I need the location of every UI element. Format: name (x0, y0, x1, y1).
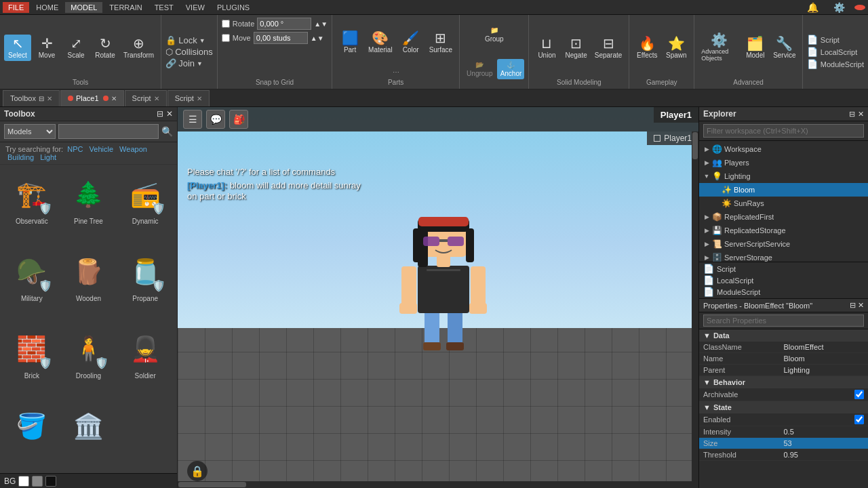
collisions-btn[interactable]: ⬡ Collisions (165, 47, 213, 57)
menu-home[interactable]: HOME (31, 2, 64, 13)
prop-section-header-state[interactable]: ▼State (699, 401, 868, 413)
prop-row-archivable[interactable]: Archivable (699, 388, 868, 401)
tree-arrow[interactable]: ▶ (702, 146, 711, 152)
tab-toolbox[interactable]: Toolbox ⊟ ✕ (3, 90, 60, 106)
toolbar-icon-2[interactable]: ⚙️ (828, 1, 850, 14)
negate-btn[interactable]: ⊡ Negate (562, 35, 589, 61)
explorer-script-item[interactable]: 📄 Script (703, 264, 864, 274)
move-arrows[interactable]: ▲▼ (311, 35, 324, 42)
lock-btn[interactable]: 🔒 Lock ▼ (165, 35, 213, 45)
toolbox-item[interactable]: 🏛️ (62, 402, 115, 468)
explorer-modulescript-item[interactable]: 📄 ModuleScript (703, 287, 864, 297)
toolbox-category-select[interactable]: Models Plugins Audio (4, 124, 56, 139)
tree-item-lighting[interactable]: ▼ 💡 Lighting (699, 169, 868, 183)
explorer-filter-input[interactable] (703, 124, 864, 138)
toolbox-item[interactable]: 🌲 Pine Tree (62, 170, 115, 243)
viewport-lock-icon[interactable]: 🔒 (187, 461, 208, 481)
tree-item-bloom[interactable]: ✨ Bloom (699, 183, 868, 197)
material-btn[interactable]: 🎨 Material (366, 29, 395, 56)
prop-close-icon[interactable]: ✕ (858, 301, 864, 310)
vp-bag-btn[interactable]: 🎒 (229, 110, 248, 129)
suggestion-vehicle[interactable]: Vehicle (90, 145, 113, 153)
suggestion-light[interactable]: Light (40, 153, 56, 161)
toolbox-item[interactable]: 🧱 🛡️ Brick (5, 325, 58, 398)
prop-row-classname[interactable]: ClassName BloomEffect (699, 342, 868, 353)
explorer-localscript-item[interactable]: 📄 LocalScript (703, 275, 864, 285)
tree-arrow[interactable]: ▶ (702, 254, 711, 261)
tree-item-sunrays[interactable]: ☀️ SunRays (699, 197, 868, 210)
tree-arrow[interactable]: ▶ (702, 159, 711, 166)
menu-model[interactable]: MODEL (65, 2, 102, 13)
prop-search-input[interactable] (703, 314, 864, 327)
viewport-scrollbar[interactable] (692, 131, 698, 488)
tree-arrow[interactable]: ▼ (702, 173, 711, 180)
menu-test[interactable]: TEST (149, 2, 179, 13)
tab-place1-close[interactable]: ✕ (111, 95, 117, 102)
scale-tool[interactable]: ⤢ Scale (62, 35, 90, 61)
toolbox-close-icon[interactable]: ✕ (166, 109, 173, 119)
move-tool[interactable]: ✛ Move (33, 35, 60, 61)
ungroup-btn[interactable]: 📂 Ungroup (464, 59, 495, 79)
surface-btn[interactable]: ⊞ Surface (427, 29, 455, 56)
vp-menu-btn[interactable]: ☰ (183, 110, 202, 129)
script-item-local[interactable]: 📄 LocalScript (807, 47, 864, 57)
tree-arrow[interactable]: ▶ (702, 227, 711, 234)
prop-checkbox-archivable[interactable] (854, 390, 864, 399)
tab-script1-close[interactable]: ✕ (154, 95, 159, 102)
toolbox-item[interactable]: 🪖 🛡️ Military (5, 247, 58, 321)
vp-chat-btn[interactable]: 💬 (206, 110, 225, 129)
tree-arrow[interactable]: ▶ (702, 241, 711, 247)
tree-item-serverscriptservice[interactable]: ▶ 📜 ServerScriptService (699, 237, 868, 251)
tree-item-workspace[interactable]: ▶ 🌐 Workspace (699, 142, 868, 156)
suggestion-weapon[interactable]: Weapon (119, 145, 147, 153)
toolbar-icon-1[interactable]: 🔔 (802, 1, 824, 14)
rotate-arrows[interactable]: ▲▼ (314, 20, 328, 28)
menu-view[interactable]: VIEW (180, 2, 210, 13)
union-btn[interactable]: ⊔ Union (533, 35, 560, 61)
tree-item-serverstorage[interactable]: ▶ 🗄️ ServerStorage (699, 251, 868, 262)
prop-row-intensity[interactable]: Intensity 0.5 (699, 426, 868, 438)
toolbox-search-input[interactable] (58, 124, 159, 139)
bg-swatch-black[interactable] (45, 476, 56, 487)
menu-plugins[interactable]: PLUGINS (212, 2, 255, 13)
join-btn[interactable]: 🔗 Join ▼ (165, 58, 213, 68)
explorer-close-icon[interactable]: ✕ (858, 110, 864, 119)
suggestion-building[interactable]: Building (7, 153, 34, 161)
rotate-tool[interactable]: ↻ Rotate (92, 35, 119, 61)
tab-toolbox-close[interactable]: ✕ (47, 95, 52, 102)
toolbox-item[interactable]: 🏗️ 🛡️ Observatic (5, 170, 58, 243)
model-btn[interactable]: 🗂️ Model (742, 35, 769, 61)
tab-script2-close[interactable]: ✕ (197, 95, 202, 102)
tree-item-players[interactable]: ▶ 👥 Players (699, 156, 868, 169)
part-btn[interactable]: 🟦 Part (336, 29, 363, 56)
effects-btn[interactable]: 🔥 Effects (633, 35, 660, 61)
tab-toolbox-minimize[interactable]: ⊟ (39, 95, 44, 102)
advanced-objects-btn[interactable]: ⚙️ Advanced Objects (698, 31, 739, 64)
menu-terrain[interactable]: TERRAIN (104, 2, 147, 13)
viewport-hscrollbar[interactable] (178, 481, 692, 488)
prop-row-enabled[interactable]: Enabled (699, 413, 868, 426)
tree-item-replicatedfirst[interactable]: ▶ 📦 ReplicatedFirst (699, 210, 868, 224)
rotate-input[interactable] (257, 18, 311, 30)
bg-swatch-white[interactable] (18, 476, 29, 487)
move-input[interactable] (254, 32, 308, 44)
viewport-hscrollbar-thumb[interactable] (178, 482, 246, 487)
script-item-module[interactable]: 📄 ModuleScript (807, 59, 864, 69)
group-btn[interactable]: 📁 Group (481, 24, 508, 45)
prop-row-threshold[interactable]: Threshold 0.95 (699, 449, 868, 461)
toolbox-item[interactable]: 🪣 (5, 402, 58, 468)
color-btn[interactable]: 🖌️ Color (397, 29, 425, 56)
toolbox-item[interactable]: 🪵 Wooden (62, 247, 115, 321)
explorer-minimize-icon[interactable]: ⊟ (849, 110, 855, 119)
prop-row-name[interactable]: Name Bloom (699, 353, 868, 365)
toolbox-minimize-icon[interactable]: ⊟ (157, 109, 163, 119)
tab-place1[interactable]: Place1 ✕ (60, 90, 124, 106)
transform-tool[interactable]: ⊕ Transform (121, 35, 157, 61)
rotate-checkbox[interactable] (222, 20, 230, 28)
tab-script2[interactable]: Script ✕ (167, 90, 210, 106)
prop-section-header-data[interactable]: ▼Data (699, 329, 868, 342)
select-tool[interactable]: ↖ Select (4, 35, 31, 61)
menu-file[interactable]: FILE (3, 2, 29, 13)
toolbox-search-icon[interactable]: 🔍 (161, 126, 173, 137)
viewport-scrollbar-thumb[interactable] (692, 132, 698, 159)
